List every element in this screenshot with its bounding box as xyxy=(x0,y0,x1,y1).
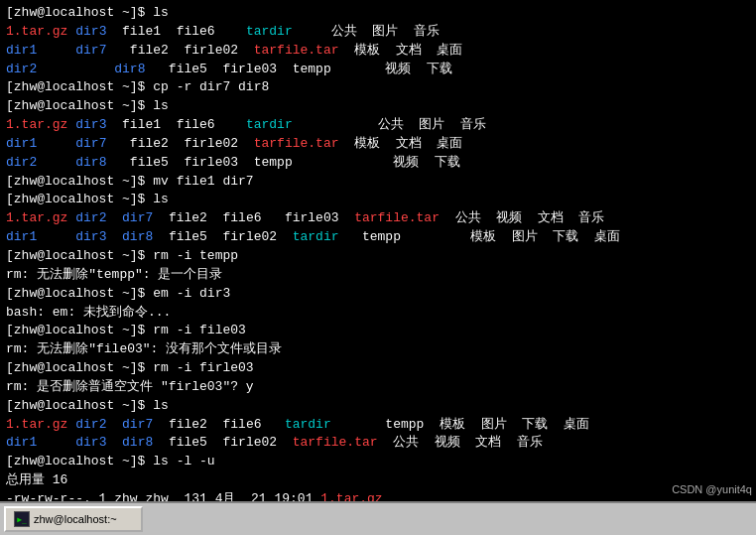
terminal-line: rm: 无法删除"file03": 没有那个文件或目录 xyxy=(6,340,750,359)
terminal-line: [zhw@localhost ~]$ cp -r dir7 dir8 xyxy=(6,78,750,97)
terminal-line: [zhw@localhost ~]$ em -i dir3 xyxy=(6,285,750,304)
terminal-line: 1.tar.gz dir2 dir7 file2 file6 tardir te… xyxy=(6,416,750,435)
terminal-line: [zhw@localhost ~]$ rm -i tempp xyxy=(6,247,750,266)
terminal-line: 1.tar.gz dir3 file1 file6 tardir 公共 图片 音… xyxy=(6,116,750,135)
terminal-line: dir1 dir7 file2 firle02 tarfile.tar 模板 文… xyxy=(6,135,750,154)
taskbar-terminal-button[interactable]: ▶_ zhw@localhost:~ xyxy=(4,506,143,532)
terminal-line: [zhw@localhost ~]$ rm -i firle03 xyxy=(6,359,750,378)
terminal-line: rm: 无法删除"tempp": 是一个目录 xyxy=(6,266,750,285)
terminal-line: [zhw@localhost ~]$ rm -i file03 xyxy=(6,322,750,340)
terminal-line: [zhw@localhost ~]$ ls xyxy=(6,97,750,116)
taskbar: ▶_ zhw@localhost:~ xyxy=(0,501,756,535)
terminal-line: dir1 dir7 file2 firle02 tarfile.tar 模板 文… xyxy=(6,42,750,61)
terminal-line: rm: 是否删除普通空文件 "firle03"? y xyxy=(6,378,750,397)
terminal-line: -rw-rw-r--. 1 zhw zhw 131 4月 21 19:01 1.… xyxy=(6,490,750,501)
terminal-line: 总用量 16 xyxy=(6,471,750,490)
terminal: [zhw@localhost ~]$ ls 1.tar.gz dir3 file… xyxy=(0,0,756,501)
terminal-line: 1.tar.gz dir3 file1 file6 tardir 公共 图片 音… xyxy=(6,23,750,42)
terminal-line: bash: em: 未找到命令... xyxy=(6,304,750,323)
terminal-line: dir1 dir3 dir8 file5 firle02 tardir temp… xyxy=(6,228,750,247)
terminal-line: dir2 dir8 file5 firle03 tempp 视频 下载 xyxy=(6,61,750,79)
terminal-line: [zhw@localhost ~]$ mv file1 dir7 xyxy=(6,173,750,192)
terminal-icon: ▶_ xyxy=(14,511,30,527)
terminal-line: [zhw@localhost ~]$ ls xyxy=(6,191,750,209)
terminal-line: dir1 dir3 dir8 file5 firle02 tarfile.tar… xyxy=(6,434,750,453)
terminal-line: [zhw@localhost ~]$ ls -l -u xyxy=(6,453,750,471)
taskbar-label: zhw@localhost:~ xyxy=(34,513,117,525)
terminal-line: dir2 dir8 file5 firle03 tempp 视频 下载 xyxy=(6,154,750,173)
terminal-line: [zhw@localhost ~]$ ls xyxy=(6,397,750,416)
terminal-line: 1.tar.gz dir2 dir7 file2 file6 firle03 t… xyxy=(6,209,750,228)
watermark: CSDN @yunit4q xyxy=(672,483,752,495)
terminal-line: [zhw@localhost ~]$ ls xyxy=(6,4,750,23)
